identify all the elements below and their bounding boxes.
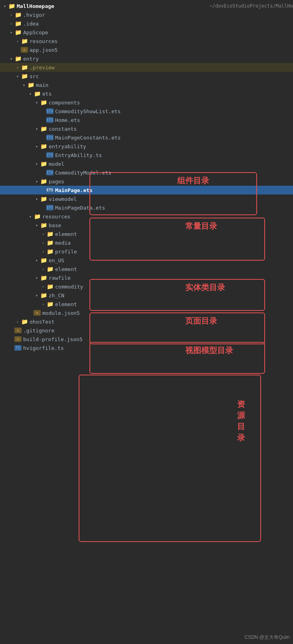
tree-item-components[interactable]: 📁components	[0, 98, 293, 107]
item-label-modulejson5: module.json5	[42, 310, 293, 316]
tree-item-resources1[interactable]: 📁resources	[0, 37, 293, 45]
tree-item-commodity[interactable]: 📁commodity	[0, 282, 293, 291]
tree-item-media[interactable]: 📁media	[0, 238, 293, 247]
tree-item-home[interactable]: ›ETSHome.ets	[0, 116, 293, 124]
folder-icon: 📁	[46, 266, 53, 272]
chevron-open	[8, 57, 14, 61]
item-label-entryability: entryability	[49, 143, 293, 149]
ets-icon: ETS	[46, 135, 53, 140]
item-label-hvigor: .hvigor	[23, 12, 293, 18]
tree-item-buildprofile[interactable]: ›⚙build-profile.json5	[0, 335, 293, 344]
tree-item-appscope[interactable]: 📁AppScope	[0, 28, 293, 37]
tree-item-idea[interactable]: 📁.idea	[0, 19, 293, 28]
tree-item-appjson5[interactable]: ›⚙app.json5	[0, 45, 293, 54]
folder-icon: 📁	[46, 240, 53, 246]
tree-item-entry[interactable]: 📁entry	[0, 54, 293, 63]
tree-item-commoditymodel[interactable]: ›ETSCommodityModel.ets	[0, 168, 293, 177]
chevron-open	[21, 83, 27, 87]
chevron-closed	[40, 302, 46, 306]
folder-icon: 📁	[46, 283, 53, 290]
folder-icon: 📁	[46, 301, 53, 307]
tree-item-rawfile[interactable]: 📁rawfile	[0, 273, 293, 282]
item-label-appscope: AppScope	[23, 29, 293, 35]
folder-icon: 📁	[14, 20, 22, 27]
chevron-closed	[8, 13, 14, 17]
watermark-label: CSDN @文大奇Quiin	[244, 634, 290, 641]
tree-item-model[interactable]: 📁model	[0, 159, 293, 168]
tree-item-hvigorfile[interactable]: ›TShvigorfile.ts	[0, 344, 293, 352]
item-label-idea: .idea	[23, 21, 293, 27]
tree-item-element3[interactable]: 📁element	[0, 300, 293, 308]
chevron-closed	[14, 320, 21, 324]
item-label-hvigorfile: hvigorfile.ts	[23, 345, 293, 351]
item-label-ets: ets	[42, 91, 293, 97]
chevron-open	[34, 144, 40, 149]
chevron-open	[34, 258, 40, 263]
folder-icon: 📁	[27, 82, 34, 88]
tree-item-hvigor[interactable]: 📁.hvigor	[0, 10, 293, 19]
item-label-home: Home.ets	[55, 117, 293, 123]
folder-icon: 📁	[14, 29, 22, 35]
tree-item-modulejson5[interactable]: ›⚙module.json5	[0, 308, 293, 317]
item-label-commodity: commodity	[55, 284, 293, 290]
tree-item-ets[interactable]: 📁ets	[0, 89, 293, 98]
tree-item-preview[interactable]: 📁.preview	[0, 63, 293, 72]
tree-item-entryabilityts[interactable]: ›ETSEntryAbility.ts	[0, 151, 293, 159]
item-label-base: base	[49, 222, 293, 228]
chevron-open	[34, 179, 40, 184]
item-label-element1: element	[55, 231, 293, 237]
file-tree: 📁MallHomepage~/devEcoStudioProjects/Mall…	[0, 0, 293, 354]
chevron-closed	[40, 267, 46, 271]
tree-item-base[interactable]: 📁base	[0, 221, 293, 230]
tree-item-zh_cn[interactable]: 📁zh_CN	[0, 291, 293, 300]
folder-icon: 📁	[40, 275, 47, 281]
item-label-preview: .preview	[30, 65, 293, 71]
item-label-components: components	[49, 100, 293, 106]
folder-icon: 📁	[40, 196, 47, 202]
chevron-open	[34, 293, 40, 298]
chevron-closed	[40, 285, 46, 289]
chevron-closed	[14, 39, 21, 43]
tree-item-commodityshowlist[interactable]: ›ETSCommodityShowList.ets	[0, 107, 293, 116]
json-icon: ⚙	[21, 47, 28, 53]
json-icon: ⚙	[14, 336, 22, 342]
folder-icon: 📁	[8, 3, 15, 9]
folder-icon: 📁	[14, 12, 22, 18]
folder-icon: 📁	[40, 126, 47, 132]
tree-item-mainpageconstants[interactable]: ›ETSMainPageConstants.ets	[0, 133, 293, 142]
chevron-open	[34, 276, 40, 280]
item-label-src: src	[30, 73, 293, 79]
tree-item-root[interactable]: 📁MallHomepage~/devEcoStudioProjects/Mall…	[0, 2, 293, 10]
resources-annotation-label: 资 源 目 录	[237, 399, 245, 443]
tree-item-profile[interactable]: 📁profile	[0, 247, 293, 256]
tree-item-mainpage[interactable]: ›ETSMainPage.ets	[0, 186, 293, 194]
tree-item-constants[interactable]: 📁constants	[0, 124, 293, 133]
tree-item-main[interactable]: 📁main	[0, 80, 293, 89]
tree-item-resources2[interactable]: 📁resources	[0, 212, 293, 221]
tree-item-src[interactable]: 📁src	[0, 72, 293, 80]
ets-icon: ETS	[46, 117, 53, 123]
tree-item-element1[interactable]: 📁element	[0, 230, 293, 238]
tree-item-en_us[interactable]: 📁en_US	[0, 256, 293, 265]
root-path: ~/devEcoStudioProjects/MallHo	[209, 3, 293, 9]
folder-icon: 📁	[21, 73, 28, 79]
tree-item-pages[interactable]: 📁pages	[0, 177, 293, 186]
tree-item-gitignore[interactable]: ›⚙.gitignore	[0, 326, 293, 335]
chevron-closed	[8, 22, 14, 26]
item-label-zh_cn: zh_CN	[49, 293, 293, 298]
tree-item-element2[interactable]: 📁element	[0, 265, 293, 273]
folder-icon: 📁	[40, 292, 47, 298]
tree-item-entryability[interactable]: 📁entryability	[0, 142, 293, 151]
item-label-resources2: resources	[42, 214, 293, 220]
ets-icon: ETS	[46, 187, 53, 193]
item-label-resources1: resources	[30, 38, 293, 44]
item-label-mainpage: MainPage.ets	[55, 187, 293, 193]
item-label-element2: element	[55, 266, 293, 272]
tree-item-ohostest[interactable]: 📁ohosTest	[0, 317, 293, 326]
folder-icon: 📁	[34, 90, 41, 97]
item-label-rawfile: rawfile	[49, 275, 293, 281]
item-label-commodityshowlist: CommodityShowList.ets	[55, 108, 293, 114]
folder-icon: 📁	[21, 318, 28, 325]
tree-item-viewmodel[interactable]: 📁viewmodel	[0, 194, 293, 203]
tree-item-mainpagedata[interactable]: ›ETSMainPageData.ets	[0, 203, 293, 212]
